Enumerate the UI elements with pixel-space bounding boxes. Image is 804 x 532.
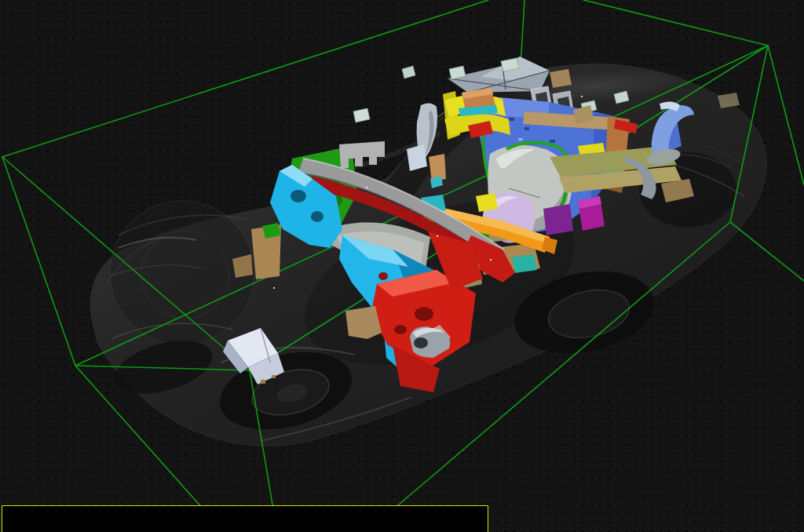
wire-edge — [2, 0, 488, 157]
wire-edge — [583, 0, 768, 46]
wire-edge — [521, 0, 524, 67]
wire-edge — [730, 222, 804, 281]
console-purple — [543, 204, 573, 235]
render-canvas — [0, 0, 804, 532]
heater-box-copper — [459, 88, 498, 116]
console-magenta — [578, 196, 605, 231]
bracket-tan-mid — [345, 306, 382, 339]
bracket-teal — [512, 254, 537, 273]
plate-tan-top-right — [718, 93, 740, 108]
rack-plate-gray — [339, 141, 385, 168]
viewport-3d[interactable] — [0, 0, 804, 532]
wire-edge — [768, 46, 804, 185]
clip-yellow — [476, 193, 498, 212]
status-bar: Camera: pos -2.91 3.46 -0.27, dir 0.58 -… — [2, 505, 488, 532]
